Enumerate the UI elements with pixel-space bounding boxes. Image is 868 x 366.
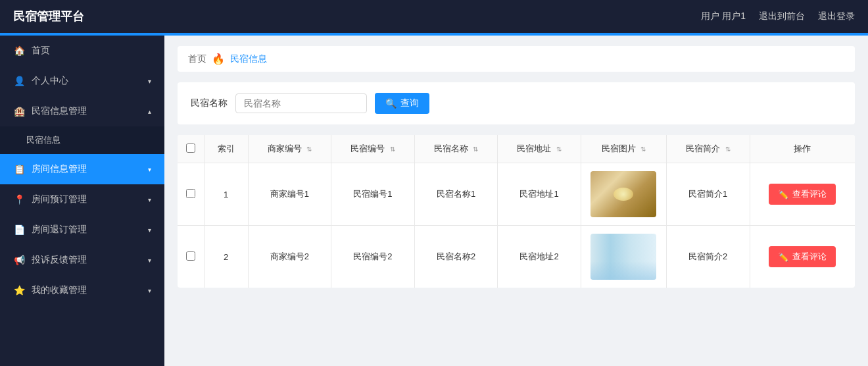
filter-bar: 民宿名称 🔍 查询 (178, 82, 855, 124)
col-checkbox (178, 135, 204, 163)
sort-icon-inn-name[interactable]: ⇅ (473, 145, 478, 153)
search-icon: 🔍 (385, 98, 397, 109)
col-inn-addr: 民宿地址 ⇅ (498, 135, 581, 163)
cell-inn-addr-2: 民宿地址2 (498, 226, 581, 288)
person-icon: 👤 (13, 76, 25, 86)
header: 民宿管理平台 用户 用户1 退出到前台 退出登录 (0, 0, 868, 33)
chevron-down-icon-6: ▾ (148, 287, 151, 294)
query-btn-label: 查询 (400, 97, 419, 109)
inn-icon: 🏨 (13, 106, 25, 117)
col-inn-desc: 民宿简介 ⇅ (666, 135, 750, 163)
query-button[interactable]: 🔍 查询 (375, 93, 429, 114)
sidebar-label-room-booking: 房间预订管理 (32, 194, 141, 205)
fire-icon: 🔥 (212, 53, 225, 65)
table-row: 1 商家编号1 民宿编号1 民宿名称1 民宿地址1 民宿简介1 ✏️ 查看评论 (178, 163, 855, 226)
complaint-icon: 📢 (13, 255, 25, 265)
sidebar-item-room-booking[interactable]: 📍 房间预订管理 ▾ (0, 184, 164, 215)
cell-action-2: ✏️ 查看评论 (750, 226, 855, 288)
breadcrumb-current: 民宿信息 (230, 53, 267, 65)
sidebar-item-inn-info[interactable]: 民宿信息 (0, 126, 164, 154)
sidebar-item-inn-mgmt[interactable]: 🏨 民宿信息管理 ▴ (0, 96, 164, 126)
cell-inn-name-2: 民宿名称2 (414, 226, 498, 288)
sort-icon-inn-desc[interactable]: ⇅ (725, 145, 731, 153)
chevron-down-icon-2: ▾ (148, 166, 151, 173)
sidebar-item-personal[interactable]: 👤 个人中心 ▾ (0, 66, 164, 96)
sort-icon-inn-no[interactable]: ⇅ (390, 145, 395, 153)
chevron-down-icon: ▾ (148, 78, 151, 85)
inn-name-input[interactable] (235, 93, 367, 113)
header-actions: 用户 用户1 退出到前台 退出登录 (701, 11, 855, 22)
sidebar-label-inn-mgmt: 民宿信息管理 (32, 105, 141, 117)
content-area: 首页 🔥 民宿信息 民宿名称 🔍 查询 (164, 36, 868, 366)
star-icon: ⭐ (13, 285, 25, 296)
table-header-row: 索引 商家编号 ⇅ 民宿编号 ⇅ 民宿名称 ⇅ (178, 135, 855, 163)
comment-icon-1: ✏️ (778, 190, 788, 199)
sidebar-label-complaint: 投诉反馈管理 (32, 254, 141, 266)
sidebar-label-personal: 个人中心 (32, 75, 141, 87)
select-all-checkbox[interactable] (186, 144, 195, 153)
user-label: 用户 用户1 (701, 11, 746, 22)
main-layout: 🏠 首页 👤 个人中心 ▾ 🏨 民宿信息管理 ▴ 民宿信息 📋 房间信息管理 ▾… (0, 36, 868, 366)
sidebar-label-room-mgmt: 房间信息管理 (32, 163, 141, 175)
col-inn-img: 民宿图片 ⇅ (581, 135, 666, 163)
room-icon: 📋 (13, 164, 25, 174)
sidebar-item-room-cancel[interactable]: 📄 房间退订管理 ▾ (0, 215, 164, 245)
col-inn-no: 民宿编号 ⇅ (331, 135, 415, 163)
cell-inn-name-1: 民宿名称1 (414, 163, 498, 226)
comment-icon-2: ✏️ (778, 252, 788, 262)
row-checkbox-1[interactable] (186, 189, 195, 198)
cell-index-1: 1 (204, 163, 248, 226)
table-row: 2 商家编号2 民宿编号2 民宿名称2 民宿地址2 民宿简介2 ✏️ 查看评论 (178, 226, 855, 288)
sort-icon-inn-addr[interactable]: ⇅ (556, 145, 562, 153)
chevron-down-icon-4: ▾ (148, 226, 151, 234)
cancel-icon: 📄 (13, 224, 25, 235)
cell-inn-no-1: 民宿编号1 (331, 163, 415, 226)
view-comment-btn-1[interactable]: ✏️ 查看评论 (769, 184, 836, 205)
cell-inn-no-2: 民宿编号2 (331, 226, 415, 288)
cell-merchant-2: 商家编号2 (248, 226, 331, 288)
sort-icon-inn-img[interactable]: ⇅ (640, 145, 646, 153)
sidebar-item-complaint[interactable]: 📢 投诉反馈管理 ▾ (0, 245, 164, 275)
chevron-up-icon: ▴ (148, 108, 151, 115)
col-inn-name: 民宿名称 ⇅ (414, 135, 498, 163)
cell-index-2: 2 (204, 226, 248, 288)
breadcrumb: 首页 🔥 民宿信息 (178, 46, 855, 72)
cell-checkbox-2 (178, 226, 204, 288)
cell-inn-addr-1: 民宿地址1 (498, 163, 581, 226)
back-to-front-btn[interactable]: 退出到前台 (759, 11, 805, 22)
sidebar-item-home[interactable]: 🏠 首页 (0, 36, 164, 66)
cell-inn-desc-2: 民宿简介2 (666, 226, 750, 288)
logout-btn[interactable]: 退出登录 (818, 11, 855, 22)
app-title: 民宿管理平台 (13, 9, 84, 24)
col-action: 操作 (750, 135, 855, 163)
col-merchant-no: 商家编号 ⇅ (248, 135, 331, 163)
sidebar-label-favorites: 我的收藏管理 (32, 284, 141, 296)
cell-inn-img-1 (581, 163, 666, 226)
sidebar-label-inn-info: 民宿信息 (26, 134, 60, 146)
breadcrumb-home: 首页 (188, 53, 206, 65)
sidebar: 🏠 首页 👤 个人中心 ▾ 🏨 民宿信息管理 ▴ 民宿信息 📋 房间信息管理 ▾… (0, 36, 164, 366)
cell-inn-img-2 (581, 226, 666, 288)
sidebar-item-favorites[interactable]: ⭐ 我的收藏管理 ▾ (0, 275, 164, 305)
chevron-down-icon-5: ▾ (148, 257, 151, 264)
sidebar-label-room-cancel: 房间退订管理 (32, 224, 141, 236)
col-index: 索引 (204, 135, 248, 163)
inn-image-2 (591, 234, 656, 280)
chevron-down-icon-3: ▾ (148, 196, 151, 203)
data-table: 索引 商家编号 ⇅ 民宿编号 ⇅ 民宿名称 ⇅ (178, 135, 855, 288)
view-comment-btn-2[interactable]: ✏️ 查看评论 (769, 246, 836, 267)
inn-image-1 (591, 171, 656, 217)
cell-checkbox-1 (178, 163, 204, 226)
sidebar-label-home: 首页 (32, 45, 151, 57)
cell-inn-desc-1: 民宿简介1 (666, 163, 750, 226)
filter-label: 民宿名称 (191, 97, 228, 109)
home-icon: 🏠 (13, 45, 25, 56)
booking-icon: 📍 (13, 194, 25, 205)
cell-merchant-1: 商家编号1 (248, 163, 331, 226)
cell-action-1: ✏️ 查看评论 (750, 163, 855, 226)
sidebar-item-room-mgmt[interactable]: 📋 房间信息管理 ▾ (0, 154, 164, 184)
row-checkbox-2[interactable] (186, 251, 195, 261)
sort-icon-merchant[interactable]: ⇅ (306, 145, 312, 153)
